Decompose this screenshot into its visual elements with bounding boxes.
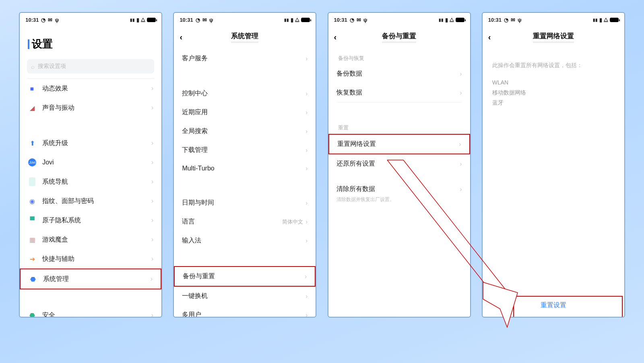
row-multi-turbo[interactable]: Multi-Turbo › (174, 160, 316, 177)
row-reset-network[interactable]: 重置网络设置 › (328, 134, 470, 154)
chevron-right-icon: › (305, 218, 308, 226)
row-backup-data[interactable]: 备份数据 › (328, 64, 470, 83)
chevron-right-icon: › (151, 275, 153, 283)
settings-row-jovi[interactable]: Jovi Jovi › (20, 153, 161, 172)
wifi-icon: ⧋ (604, 17, 608, 23)
row-recent-apps[interactable]: 近期应用 › (174, 103, 316, 122)
page-title: 设置 (32, 37, 53, 51)
row-control-center[interactable]: 控制中心 › (174, 84, 316, 103)
fingerprint-icon: ◉ (28, 197, 37, 205)
status-time: 10:31 (25, 17, 39, 23)
nfc-icon: ▮ (445, 17, 448, 23)
row-multi-user[interactable]: 多用户 › 当前登录的用户：机主 (174, 306, 316, 317)
mail-icon: ✉ (202, 17, 207, 23)
settings-row-privacy[interactable]: ▀ 原子隐私系统 › (20, 211, 161, 230)
upgrade-icon: ⬆ (28, 139, 37, 148)
status-time: 10:31 (180, 17, 193, 23)
page-title: 备份与重置 (382, 31, 416, 43)
section-label-reset: 重置 (328, 119, 470, 134)
row-restore-all-settings[interactable]: 还原所有设置 › (328, 154, 470, 173)
settings-row-sound[interactable]: ◢ 声音与振动 › (20, 98, 161, 117)
battery-icon (301, 18, 310, 22)
jovi-icon: Jovi (28, 158, 37, 167)
signal-icon: ▮▮ (130, 18, 135, 22)
section-label-backup: 备份与恢复 (328, 49, 470, 64)
clock-icon: ◔ (504, 17, 508, 23)
chevron-right-icon: › (305, 293, 308, 300)
usb-icon: ψ (209, 17, 213, 23)
privacy-icon: ▀ (28, 216, 37, 225)
chevron-right-icon: › (151, 236, 153, 243)
nfc-icon: ▮ (599, 17, 602, 23)
search-input[interactable]: ⌕ 搜索设置项 (27, 59, 154, 74)
chevron-right-icon: › (460, 89, 462, 96)
speaker-icon: ◢ (28, 103, 37, 112)
page-title: 系统管理 (231, 31, 258, 43)
settings-row-security[interactable]: ⬣ 安全 › (20, 306, 161, 317)
chevron-right-icon: › (460, 186, 462, 193)
status-time: 10:31 (488, 17, 502, 23)
signal-icon: ▮▮ (284, 18, 289, 22)
chevron-right-icon: › (459, 141, 461, 148)
row-download-manager[interactable]: 下载管理 › (174, 141, 316, 160)
shield-icon: ⬣ (28, 311, 37, 317)
phone-screen-3: 10:31 ◔ ✉ ψ ▮▮ ▮ ⧋ ‹ 备份与重置 备份与恢复 备份数据 › … (328, 12, 471, 318)
reset-description: 此操作会重置所有网络设置，包括： (483, 49, 624, 78)
row-language[interactable]: 语言 简体中文 › (174, 212, 316, 231)
chevron-right-icon: › (305, 237, 308, 244)
phone-screen-4: 10:31 ◔ ✉ ψ ▮▮ ▮ ⧋ ‹ 重置网络设置 此操作会重置所有网络设置… (482, 12, 625, 318)
phone-screen-2: 10:31 ◔ ✉ ψ ▮▮ ▮ ⧋ ‹ 系统管理 客户服务 › 控制中心 › … (173, 12, 316, 318)
wifi-icon: ⧋ (295, 17, 299, 23)
status-bar: 10:31 ◔ ✉ ψ ▮▮ ▮ ⧋ (483, 13, 624, 25)
back-button[interactable]: ‹ (488, 33, 491, 42)
chevron-right-icon: › (151, 178, 153, 185)
phone-screen-1: 10:31 ◔ ✉ ψ ▮▮ ▮ ⧋ 设置 ⌕ 搜索设置项 ◆ 动态效果 › ◢… (19, 12, 162, 318)
title-accent-bar (28, 39, 29, 49)
reset-item: 移动数据网络 (492, 88, 615, 98)
row-date-time[interactable]: 日期与时间 › (174, 193, 316, 212)
chevron-right-icon: › (305, 273, 307, 280)
row-input-method[interactable]: 输入法 › (174, 231, 316, 250)
usb-icon: ψ (55, 17, 59, 23)
reset-item: 蓝牙 (492, 98, 615, 108)
row-global-search[interactable]: 全局搜索 › (174, 122, 316, 141)
search-placeholder: 搜索设置项 (38, 63, 66, 70)
clock-icon: ◔ (196, 17, 200, 23)
usb-icon: ψ (363, 17, 367, 23)
settings-row-navigation[interactable]: 系统导航 › (20, 172, 161, 191)
assist-icon: ➔ (28, 254, 37, 263)
wifi-icon: ⧋ (141, 17, 145, 23)
chevron-right-icon: › (151, 255, 153, 263)
settings-row-dynamic-effects[interactable]: ◆ 动态效果 › (20, 79, 161, 98)
signal-icon: ▮▮ (439, 18, 444, 22)
row-erase-all-data[interactable]: 清除所有数据 › 清除数据并恢复出厂设置。 (328, 180, 470, 202)
chevron-right-icon: › (305, 109, 308, 116)
nfc-icon: ▮ (136, 17, 139, 23)
mail-icon: ✉ (511, 17, 515, 23)
chevron-right-icon: › (151, 159, 153, 166)
row-customer-service[interactable]: 客户服务 › (174, 49, 316, 68)
navigation-icon (28, 177, 37, 186)
back-button[interactable]: ‹ (180, 33, 182, 42)
chevron-right-icon: › (151, 312, 153, 317)
settings-row-gamebox[interactable]: ▦ 游戏魔盒 › (20, 230, 161, 249)
row-switch-phone[interactable]: 一键换机 › (174, 287, 316, 306)
status-bar: 10:31 ◔ ✉ ψ ▮▮ ▮ ⧋ (20, 13, 161, 25)
settings-row-system-upgrade[interactable]: ⬆ 系统升级 › (20, 133, 161, 153)
chevron-right-icon: › (305, 165, 308, 172)
signal-icon: ▮▮ (593, 18, 598, 22)
row-backup-reset[interactable]: 备份与重置 › (174, 266, 316, 287)
settings-row-system-management[interactable]: ⬣ 系统管理 › (20, 269, 161, 289)
chevron-right-icon: › (151, 85, 153, 92)
gamebox-icon: ▦ (28, 235, 37, 244)
back-button[interactable]: ‹ (334, 33, 337, 42)
row-restore-data[interactable]: 恢复数据 › (328, 83, 470, 102)
settings-row-fingerprint[interactable]: ◉ 指纹、面部与密码 › (20, 191, 161, 211)
settings-row-assist[interactable]: ➔ 快捷与辅助 › (20, 249, 161, 269)
battery-icon (147, 18, 156, 22)
chevron-right-icon: › (305, 199, 308, 207)
reset-items-list: WLAN 移动数据网络 蓝牙 (483, 78, 624, 108)
chevron-right-icon: › (151, 197, 153, 205)
chevron-right-icon: › (151, 104, 153, 111)
highlight-box (513, 296, 623, 318)
